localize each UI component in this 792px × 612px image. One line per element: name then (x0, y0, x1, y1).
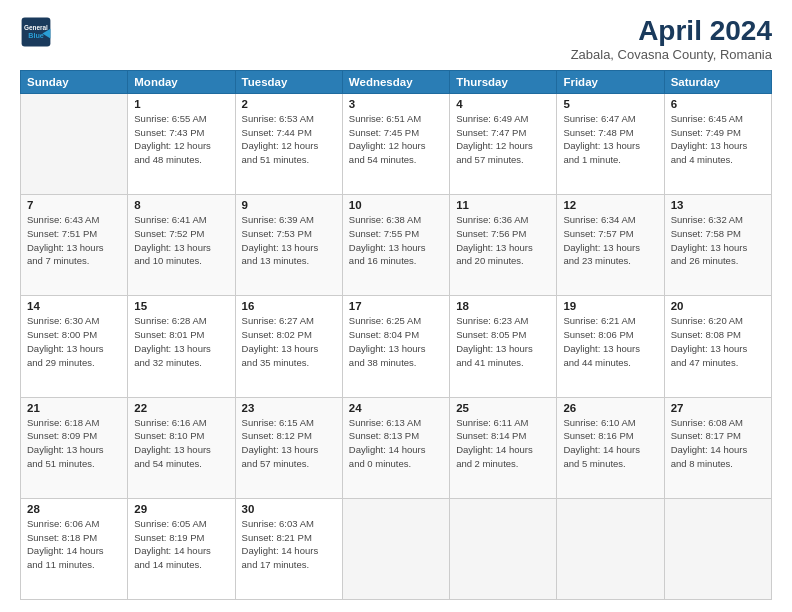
day-info: Sunrise: 6:08 AMSunset: 8:17 PMDaylight:… (671, 416, 765, 471)
calendar-cell: 14Sunrise: 6:30 AMSunset: 8:00 PMDayligh… (21, 296, 128, 397)
day-info: Sunrise: 6:43 AMSunset: 7:51 PMDaylight:… (27, 213, 121, 268)
main-title: April 2024 (571, 16, 772, 47)
calendar-cell: 28Sunrise: 6:06 AMSunset: 8:18 PMDayligh… (21, 498, 128, 599)
day-info: Sunrise: 6:13 AMSunset: 8:13 PMDaylight:… (349, 416, 443, 471)
header: General Blue April 2024 Zabala, Covasna … (20, 16, 772, 62)
day-number: 8 (134, 199, 228, 211)
day-info: Sunrise: 6:20 AMSunset: 8:08 PMDaylight:… (671, 314, 765, 369)
calendar-cell: 26Sunrise: 6:10 AMSunset: 8:16 PMDayligh… (557, 397, 664, 498)
day-info: Sunrise: 6:41 AMSunset: 7:52 PMDaylight:… (134, 213, 228, 268)
day-info: Sunrise: 6:16 AMSunset: 8:10 PMDaylight:… (134, 416, 228, 471)
calendar-cell: 10Sunrise: 6:38 AMSunset: 7:55 PMDayligh… (342, 195, 449, 296)
day-number: 20 (671, 300, 765, 312)
weekday-header-sunday: Sunday (21, 70, 128, 93)
day-info: Sunrise: 6:11 AMSunset: 8:14 PMDaylight:… (456, 416, 550, 471)
day-number: 6 (671, 98, 765, 110)
svg-text:Blue: Blue (28, 31, 44, 40)
calendar-cell: 29Sunrise: 6:05 AMSunset: 8:19 PMDayligh… (128, 498, 235, 599)
weekday-header-friday: Friday (557, 70, 664, 93)
calendar-cell (342, 498, 449, 599)
day-number: 22 (134, 402, 228, 414)
day-number: 12 (563, 199, 657, 211)
day-info: Sunrise: 6:34 AMSunset: 7:57 PMDaylight:… (563, 213, 657, 268)
calendar-cell (21, 93, 128, 194)
calendar-cell: 2Sunrise: 6:53 AMSunset: 7:44 PMDaylight… (235, 93, 342, 194)
calendar-cell: 15Sunrise: 6:28 AMSunset: 8:01 PMDayligh… (128, 296, 235, 397)
calendar-cell: 30Sunrise: 6:03 AMSunset: 8:21 PMDayligh… (235, 498, 342, 599)
weekday-header-thursday: Thursday (450, 70, 557, 93)
weekday-header-tuesday: Tuesday (235, 70, 342, 93)
day-info: Sunrise: 6:21 AMSunset: 8:06 PMDaylight:… (563, 314, 657, 369)
day-info: Sunrise: 6:49 AMSunset: 7:47 PMDaylight:… (456, 112, 550, 167)
calendar-cell: 5Sunrise: 6:47 AMSunset: 7:48 PMDaylight… (557, 93, 664, 194)
calendar-cell: 21Sunrise: 6:18 AMSunset: 8:09 PMDayligh… (21, 397, 128, 498)
calendar-cell: 23Sunrise: 6:15 AMSunset: 8:12 PMDayligh… (235, 397, 342, 498)
weekday-header-row: SundayMondayTuesdayWednesdayThursdayFrid… (21, 70, 772, 93)
calendar-cell: 16Sunrise: 6:27 AMSunset: 8:02 PMDayligh… (235, 296, 342, 397)
day-info: Sunrise: 6:25 AMSunset: 8:04 PMDaylight:… (349, 314, 443, 369)
day-info: Sunrise: 6:36 AMSunset: 7:56 PMDaylight:… (456, 213, 550, 268)
calendar-cell: 19Sunrise: 6:21 AMSunset: 8:06 PMDayligh… (557, 296, 664, 397)
day-info: Sunrise: 6:39 AMSunset: 7:53 PMDaylight:… (242, 213, 336, 268)
day-number: 29 (134, 503, 228, 515)
day-number: 23 (242, 402, 336, 414)
week-row-3: 14Sunrise: 6:30 AMSunset: 8:00 PMDayligh… (21, 296, 772, 397)
day-number: 4 (456, 98, 550, 110)
weekday-header-monday: Monday (128, 70, 235, 93)
week-row-1: 1Sunrise: 6:55 AMSunset: 7:43 PMDaylight… (21, 93, 772, 194)
weekday-header-wednesday: Wednesday (342, 70, 449, 93)
day-number: 3 (349, 98, 443, 110)
calendar-cell (664, 498, 771, 599)
week-row-2: 7Sunrise: 6:43 AMSunset: 7:51 PMDaylight… (21, 195, 772, 296)
day-number: 11 (456, 199, 550, 211)
day-info: Sunrise: 6:47 AMSunset: 7:48 PMDaylight:… (563, 112, 657, 167)
day-info: Sunrise: 6:45 AMSunset: 7:49 PMDaylight:… (671, 112, 765, 167)
calendar-cell: 1Sunrise: 6:55 AMSunset: 7:43 PMDaylight… (128, 93, 235, 194)
calendar-cell: 11Sunrise: 6:36 AMSunset: 7:56 PMDayligh… (450, 195, 557, 296)
day-info: Sunrise: 6:27 AMSunset: 8:02 PMDaylight:… (242, 314, 336, 369)
calendar-cell: 18Sunrise: 6:23 AMSunset: 8:05 PMDayligh… (450, 296, 557, 397)
week-row-4: 21Sunrise: 6:18 AMSunset: 8:09 PMDayligh… (21, 397, 772, 498)
calendar-cell: 9Sunrise: 6:39 AMSunset: 7:53 PMDaylight… (235, 195, 342, 296)
day-number: 21 (27, 402, 121, 414)
day-number: 15 (134, 300, 228, 312)
day-info: Sunrise: 6:28 AMSunset: 8:01 PMDaylight:… (134, 314, 228, 369)
day-number: 9 (242, 199, 336, 211)
day-info: Sunrise: 6:30 AMSunset: 8:00 PMDaylight:… (27, 314, 121, 369)
subtitle: Zabala, Covasna County, Romania (571, 47, 772, 62)
day-info: Sunrise: 6:23 AMSunset: 8:05 PMDaylight:… (456, 314, 550, 369)
calendar-cell: 8Sunrise: 6:41 AMSunset: 7:52 PMDaylight… (128, 195, 235, 296)
calendar-cell (450, 498, 557, 599)
day-info: Sunrise: 6:06 AMSunset: 8:18 PMDaylight:… (27, 517, 121, 572)
day-number: 14 (27, 300, 121, 312)
calendar-cell: 13Sunrise: 6:32 AMSunset: 7:58 PMDayligh… (664, 195, 771, 296)
calendar-cell: 20Sunrise: 6:20 AMSunset: 8:08 PMDayligh… (664, 296, 771, 397)
day-info: Sunrise: 6:38 AMSunset: 7:55 PMDaylight:… (349, 213, 443, 268)
title-block: April 2024 Zabala, Covasna County, Roman… (571, 16, 772, 62)
day-info: Sunrise: 6:55 AMSunset: 7:43 PMDaylight:… (134, 112, 228, 167)
day-info: Sunrise: 6:53 AMSunset: 7:44 PMDaylight:… (242, 112, 336, 167)
calendar-cell: 24Sunrise: 6:13 AMSunset: 8:13 PMDayligh… (342, 397, 449, 498)
day-number: 7 (27, 199, 121, 211)
day-info: Sunrise: 6:10 AMSunset: 8:16 PMDaylight:… (563, 416, 657, 471)
logo: General Blue (20, 16, 52, 48)
calendar-cell: 3Sunrise: 6:51 AMSunset: 7:45 PMDaylight… (342, 93, 449, 194)
day-number: 10 (349, 199, 443, 211)
day-number: 1 (134, 98, 228, 110)
day-number: 17 (349, 300, 443, 312)
day-number: 27 (671, 402, 765, 414)
day-number: 5 (563, 98, 657, 110)
calendar-cell (557, 498, 664, 599)
page: General Blue April 2024 Zabala, Covasna … (0, 0, 792, 612)
logo-icon: General Blue (20, 16, 52, 48)
calendar-cell: 7Sunrise: 6:43 AMSunset: 7:51 PMDaylight… (21, 195, 128, 296)
day-number: 2 (242, 98, 336, 110)
day-info: Sunrise: 6:32 AMSunset: 7:58 PMDaylight:… (671, 213, 765, 268)
weekday-header-saturday: Saturday (664, 70, 771, 93)
day-number: 13 (671, 199, 765, 211)
calendar-cell: 22Sunrise: 6:16 AMSunset: 8:10 PMDayligh… (128, 397, 235, 498)
day-number: 26 (563, 402, 657, 414)
day-info: Sunrise: 6:51 AMSunset: 7:45 PMDaylight:… (349, 112, 443, 167)
calendar-cell: 17Sunrise: 6:25 AMSunset: 8:04 PMDayligh… (342, 296, 449, 397)
week-row-5: 28Sunrise: 6:06 AMSunset: 8:18 PMDayligh… (21, 498, 772, 599)
